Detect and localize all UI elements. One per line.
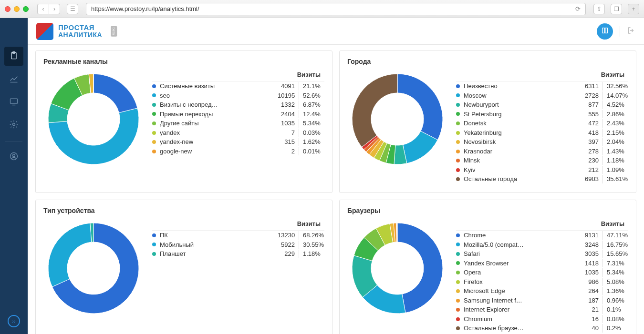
legend-label: Остальные города xyxy=(464,175,582,183)
legend-bullet-icon xyxy=(456,140,460,144)
legend-percent: 1.62% xyxy=(299,138,324,146)
legend-label: google-new xyxy=(160,147,278,156)
legend-bullet-icon xyxy=(152,103,156,107)
legend-row[interactable]: Internet Explorer210.1% xyxy=(456,305,628,314)
legend-bullet-icon xyxy=(456,93,460,97)
sidebar-item-profile[interactable] xyxy=(4,147,23,166)
legend-label: Yekaterinburg xyxy=(464,129,582,137)
legend-row[interactable]: ПК1323068.26% xyxy=(152,231,324,240)
legend-row[interactable]: Kyiv2121.09% xyxy=(456,165,628,175)
minimize-window-icon[interactable] xyxy=(14,6,20,12)
legend-row[interactable]: Остальные города690335.61% xyxy=(456,174,628,184)
close-window-icon[interactable] xyxy=(5,6,10,12)
new-tab-button[interactable]: + xyxy=(628,4,639,14)
legend-bullet-icon xyxy=(456,252,460,256)
sidebar-item-reports[interactable] xyxy=(4,47,23,66)
legend-value: 2 xyxy=(278,147,299,156)
panel-title: Браузеры xyxy=(347,207,628,214)
legend-label: Системные визиты xyxy=(160,82,278,91)
back-button[interactable]: ‹ xyxy=(37,4,49,14)
legend-value: 16 xyxy=(582,315,602,324)
legend-browsers: Визиты Chrome913147.11%Mozilla/5.0 (comp… xyxy=(456,218,628,333)
reload-icon[interactable]: ⟳ xyxy=(575,5,581,12)
legend-header: Визиты xyxy=(456,218,628,231)
legend-row[interactable]: St Petersburg5552.86% xyxy=(456,110,628,119)
legend-row[interactable]: Неизвестно631132.56% xyxy=(456,81,628,91)
legend-row[interactable]: Chrome913147.11% xyxy=(456,231,628,240)
legend-row[interactable]: Newburyport8774.52% xyxy=(456,100,628,110)
legend-row[interactable]: Krasnodar2781.43% xyxy=(456,147,628,156)
legend-row[interactable]: Остальные браузе…400.2% xyxy=(456,324,628,333)
sidebar-item-settings[interactable] xyxy=(4,115,23,134)
legend-bullet-icon xyxy=(456,299,460,303)
logo-line1: ПРОСТАЯ xyxy=(58,24,102,31)
sidebar-toggle-button[interactable]: ☰ xyxy=(67,4,78,14)
legend-label: seo xyxy=(160,91,278,100)
legend-row[interactable]: Opera10355.34% xyxy=(456,268,628,277)
legend-value: 397 xyxy=(582,138,602,146)
legend-row[interactable]: yandex70.03% xyxy=(152,128,324,138)
legend-percent: 0.08% xyxy=(602,315,628,324)
panel-browsers: Браузеры Визиты Chrome913147.11%Mozilla/… xyxy=(339,200,636,334)
legend-percent: 21.1% xyxy=(299,82,324,91)
legend-row[interactable]: Firefox9865.08% xyxy=(456,277,628,287)
legend-percent: 4.52% xyxy=(602,101,628,109)
share-button[interactable]: ⇪ xyxy=(593,4,605,14)
gear-icon xyxy=(9,120,19,131)
sidebar-item-monitor[interactable] xyxy=(4,92,23,111)
legend-row[interactable]: Мобильный592230.55% xyxy=(152,240,324,250)
panel-devices: Тип устройства Визиты ПК1323068.26%Мобил… xyxy=(35,200,332,334)
legend-row[interactable]: Microsoft Edge2641.36% xyxy=(456,286,628,296)
legend-label: yandex-new xyxy=(160,138,278,146)
legend-row[interactable]: yandex-new3151.62% xyxy=(152,137,324,147)
legend-percent: 2.15% xyxy=(602,129,628,137)
legend-row[interactable]: Прямые переходы240412.4% xyxy=(152,110,324,119)
maximize-window-icon[interactable] xyxy=(23,6,29,12)
legend-row[interactable]: seo1019552.6% xyxy=(152,91,324,101)
legend-row[interactable]: Yandex Browser14187.31% xyxy=(456,259,628,268)
legend-row[interactable]: Minsk2301.18% xyxy=(456,156,628,165)
legend-row[interactable]: Yekaterinburg4182.15% xyxy=(456,128,628,138)
legend-label: Samsung Internet f… xyxy=(464,296,582,305)
legend-percent: 52.6% xyxy=(299,91,324,100)
legend-row[interactable]: google-new20.01% xyxy=(152,147,324,156)
legend-percent: 0.03% xyxy=(299,129,324,137)
legend-bullet-icon xyxy=(152,140,156,144)
tabs-button[interactable]: ❐ xyxy=(611,4,622,14)
legend-row[interactable]: Другие сайты10355.34% xyxy=(152,119,324,128)
legend-percent: 0.1% xyxy=(602,305,628,314)
legend-label: Newburyport xyxy=(464,101,582,109)
legend-value: 3248 xyxy=(582,241,602,249)
legend-percent: 1.36% xyxy=(602,287,628,295)
forward-button[interactable]: › xyxy=(49,4,60,14)
legend-row[interactable]: Визиты с неопред…13326.87% xyxy=(152,100,324,110)
legend-percent: 47.11% xyxy=(602,231,628,240)
legend-percent: 15.65% xyxy=(602,250,628,258)
legend-row[interactable]: Mozilla/5.0 (compat…324816.75% xyxy=(456,240,628,250)
sidebar-item-analytics[interactable] xyxy=(4,70,23,89)
legend-bullet-icon xyxy=(456,159,460,162)
legend-label: Krasnodar xyxy=(464,147,582,156)
sidebar-expand[interactable]: ›› xyxy=(8,315,20,327)
legend-row[interactable]: Moscow272814.07% xyxy=(456,91,628,101)
legend-row[interactable]: Safari303515.65% xyxy=(456,249,628,259)
panel-title: Тип устройства xyxy=(43,207,324,214)
legend-header: Визиты xyxy=(456,69,628,81)
legend-row[interactable]: Novosibirsk3972.04% xyxy=(456,137,628,147)
logout-button[interactable] xyxy=(627,26,635,36)
legend-value: 21 xyxy=(582,305,602,314)
browser-chrome: ‹ › ☰ https://www.prostoy.ru/lp/analytic… xyxy=(0,0,644,18)
legend-row[interactable]: Планшет2291.18% xyxy=(152,249,324,259)
legend-label: Mozilla/5.0 (compat… xyxy=(464,241,582,249)
legend-row[interactable]: Donetsk4722.43% xyxy=(456,119,628,128)
legend-row[interactable]: Samsung Internet f…1870.96% xyxy=(456,296,628,305)
legend-row[interactable]: Системные визиты409121.1% xyxy=(152,81,324,91)
svg-point-3 xyxy=(13,123,15,125)
legend-bullet-icon xyxy=(456,289,460,293)
legend-row[interactable]: Chromium160.08% xyxy=(456,314,628,324)
url-bar[interactable]: https://www.prostoy.ru/lp/analytics.html… xyxy=(86,3,586,15)
docs-button[interactable] xyxy=(597,23,613,40)
legend-value: 1332 xyxy=(278,101,299,109)
legend-label: Неизвестно xyxy=(464,82,582,91)
legend-bullet-icon xyxy=(456,308,460,312)
